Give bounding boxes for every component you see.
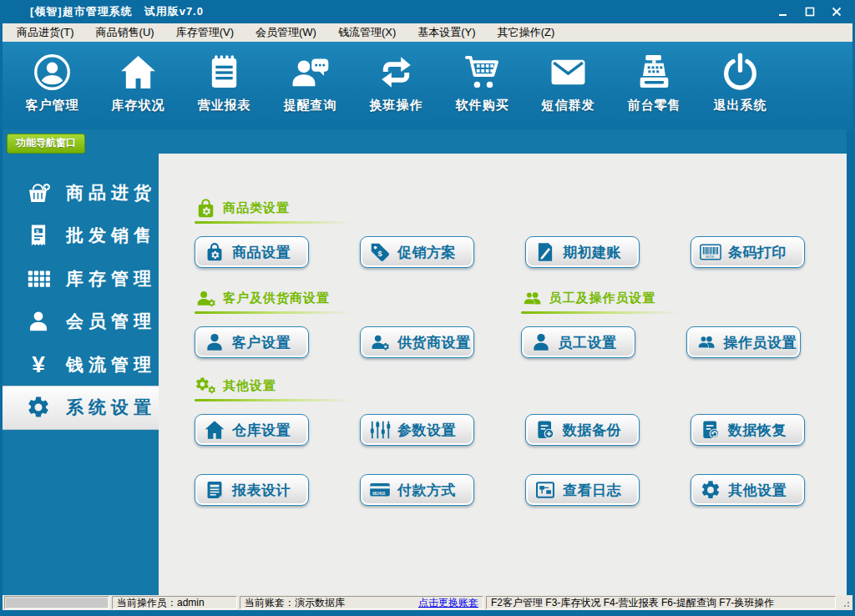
maximize-button[interactable] [802,4,818,18]
user-icon [530,331,552,353]
button-label: 期初建账 [563,243,621,262]
button-parameter-settings[interactable]: 参数设置 [360,414,474,446]
svg-text:98J410: 98J410 [372,492,386,496]
toolbar: 客户管理 库存状况 营业报表 提醒查询 换班操作 软件购买 短信群发 前台零售 [3,42,852,129]
menu-item-goods-sales[interactable]: 商品销售(U) [85,23,165,42]
menu-item-other-operations[interactable]: 其它操作(Z) [487,23,566,42]
gear-icon [700,479,721,501]
button-label: 数据备份 [563,421,621,440]
toolbar-item-shift-change[interactable]: 换班操作 [353,42,439,129]
gear-icon [25,394,52,421]
user-gear-icon [369,331,391,353]
toolbar-item-exit-system[interactable]: 退出系统 [697,42,783,129]
sidebar-item-system-settings[interactable]: 系统设置 [3,386,161,430]
toolbar-item-inventory-status[interactable]: 库存状况 [95,42,181,129]
button-label: 操作员设置 [724,333,797,352]
toolbar-item-pos-retail[interactable]: 前台零售 [611,42,697,129]
button-initial-accounts[interactable]: 期初建账 [525,236,640,268]
button-label: 查看日志 [563,481,621,500]
progress-gauge [6,598,108,608]
toolbar-item-customers[interactable]: 客户管理 [9,42,95,129]
toolbar-item-business-reports[interactable]: 营业报表 [181,42,267,129]
button-label: 报表设计 [232,481,291,500]
menu-item-members[interactable]: 会员管理(W) [245,23,327,42]
user-circle-icon [33,50,72,93]
menu-item-inventory[interactable]: 库存管理(V) [165,23,245,42]
button-label: 员工设置 [559,333,617,352]
button-other-settings[interactable]: 其他设置 [691,474,805,506]
menu-item-cashflow[interactable]: 钱流管理(X) [327,23,407,42]
toolbar-item-label: 前台零售 [628,98,681,114]
user-icon [25,308,52,335]
sidebar-item-label: 商品进货 [66,181,156,204]
user-gear-icon [195,287,217,310]
doc-restore-icon [700,419,721,441]
toolbar-item-reminder-query[interactable]: 提醒查询 [267,42,353,129]
button-payment-methods[interactable]: 98J410 付款方式 [360,474,474,506]
section-title: 客户及供货商设置 [223,290,330,306]
section-underline [195,311,353,314]
power-icon [721,50,760,93]
resize-grip[interactable] [838,596,851,609]
button-supplier-settings[interactable]: 供货商设置 [360,326,474,358]
menu-item-goods-purchase[interactable]: 商品进货(T) [6,23,85,42]
svg-text:98758: 98758 [706,255,714,259]
button-view-logs[interactable]: 查看日志 [525,474,640,506]
sidebar-item-label: 会员管理 [66,310,156,333]
nav-window-tag: 功能导航窗口 [7,134,85,154]
minimize-button[interactable] [775,4,792,18]
button-data-restore[interactable]: 数据恢复 [691,414,805,446]
sidebar-item-label: 系统设置 [66,396,156,419]
sidebar-item-cashflow[interactable]: ¥ 钱流管理 [3,343,161,386]
doc-plus-icon [534,419,556,441]
yuan-icon: ¥ [25,351,52,378]
credit-card-icon: 98J410 [369,479,391,501]
section-title: 员工及操作员设置 [549,290,656,306]
button-promotion-plan[interactable]: 促销方案 [360,236,474,268]
button-customer-settings[interactable]: 客户设置 [195,326,309,358]
sidebar-item-goods-purchase[interactable]: 商品进货 [3,171,161,215]
section-header-customers-suppliers: 客户及供货商设置 [195,285,521,311]
toolbar-item-label: 软件购买 [456,98,509,114]
button-data-backup[interactable]: 数据备份 [525,414,640,446]
button-label: 供货商设置 [397,333,471,352]
menu-item-basic-settings[interactable]: 基本设置(Y) [407,23,486,42]
sidebar-item-members[interactable]: 会员管理 [3,300,161,344]
sidebar-item-label: 钱流管理 [66,353,156,376]
toolbar-item-label: 营业报表 [198,98,251,114]
button-barcode-print[interactable]: 98758 条码打印 [691,236,805,268]
sidebar-item-wholesale-sales[interactable]: 批发销售 [3,215,161,258]
sidebar: 商品进货 批发销售 库存管理 会员管理 ¥ 钱流管理 系统设置 [3,171,161,429]
toolbar-item-software-purchase[interactable]: 软件购买 [439,42,525,129]
status-bar: 当前操作员：admin 当前账套：演示数据库 点击更换账套 F2客户管理 F3-… [3,595,852,610]
section-underline [195,399,353,401]
log-window-icon [534,479,556,501]
toolbar-item-label: 换班操作 [370,98,423,114]
button-warehouse-settings[interactable]: 仓库设置 [195,414,309,446]
section-header-employees-operators: 员工及操作员设置 [521,285,847,311]
close-button[interactable] [828,4,845,18]
toolbar-item-label: 库存状况 [112,98,165,114]
button-label: 数据恢复 [728,421,787,440]
toolbar-item-sms-broadcast[interactable]: 短信群发 [525,42,611,129]
button-report-design[interactable]: 报表设计 [195,474,309,506]
button-operator-settings[interactable]: 操作员设置 [686,326,801,358]
switch-account-link[interactable]: 点击更换账套 [418,596,478,609]
section-title: 商品类设置 [223,200,290,216]
main-region: 功能导航窗口 商品进货 批发销售 库存管理 会员管理 ¥ 钱流管理 [3,129,847,595]
sidebar-item-inventory[interactable]: 库存管理 [3,257,161,300]
button-label: 其他设置 [728,481,787,500]
button-label: 促销方案 [397,243,456,262]
button-label: 付款方式 [397,481,456,500]
button-goods-settings[interactable]: 商品设置 [195,236,309,268]
status-account-panel: 当前账套：演示数据库 点击更换账套 [240,596,483,609]
grip-dots-icon [842,599,850,608]
section-header-goods: 商品类设置 [195,195,847,220]
title-bar: [领智]超市管理系统 试用版v7.0 [0,0,855,23]
sync-arrows-icon [377,50,416,93]
button-employee-settings[interactable]: 员工设置 [521,326,635,358]
mail-icon [549,50,588,93]
grid-icon [25,265,52,292]
bag-gear-icon [204,241,225,263]
users-icon [696,331,717,353]
